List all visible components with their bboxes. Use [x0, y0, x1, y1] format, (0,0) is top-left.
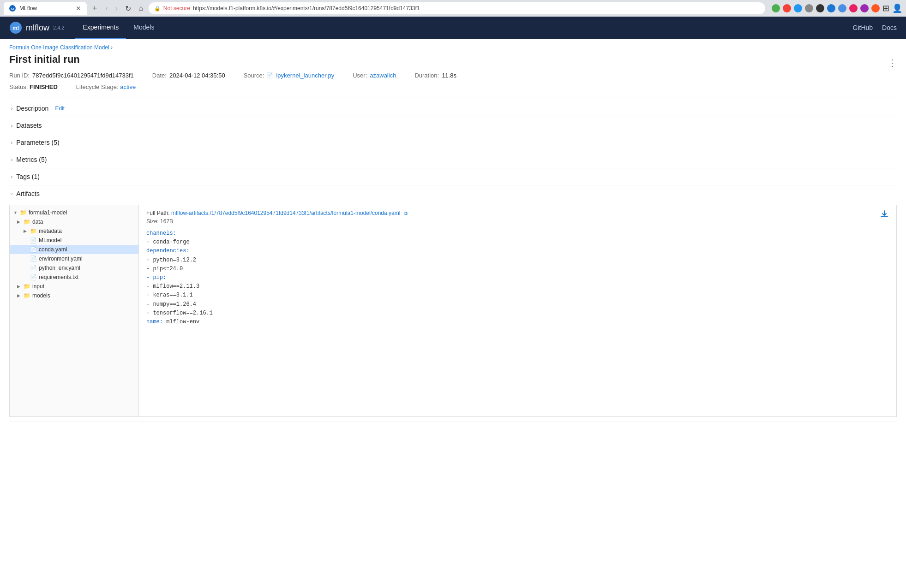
preview-header: Full Path: mlflow-artifacts:/1/787edd5f9… [146, 210, 889, 229]
ext-icon-4 [805, 4, 813, 12]
ext-icon-3 [794, 4, 802, 12]
run-metadata: Run ID: 787edd5f9c16401295471fd9d14733f1… [9, 72, 897, 79]
status-row: Status: FINISHED Lifecycle Stage: active [9, 83, 897, 90]
source-label: Source: [244, 72, 264, 79]
folder-icon-models: 📁 [24, 292, 30, 299]
user-item: User: azawalich [353, 72, 396, 79]
full-path-label: Full Path: [146, 210, 170, 216]
size-label: Size: [146, 218, 159, 225]
back-button[interactable]: ‹ [103, 3, 111, 13]
datasets-title: Datasets [16, 122, 42, 129]
tree-chevron-metadata: ▶ [24, 229, 28, 233]
reload-button[interactable]: ↻ [122, 3, 134, 14]
address-bar[interactable]: 🔒 Not secure https://models.f1-platform.… [149, 2, 765, 14]
tree-label-conda-yaml: conda.yaml [39, 246, 67, 253]
size-value: 167B [160, 218, 173, 225]
main-content: Formula One Image Classification Model ›… [0, 39, 906, 428]
download-button[interactable] [880, 210, 889, 221]
run-id-item: Run ID: 787edd5f9c16401295471fd9d14733f1 [9, 72, 134, 79]
nav-models[interactable]: Models [126, 17, 162, 39]
preview-path: Full Path: mlflow-artifacts:/1/787edd5f9… [146, 210, 880, 216]
mlflow-logo[interactable]: ml mlflow 2.4.2 [9, 21, 64, 34]
parameters-chevron-icon: › [11, 140, 12, 145]
preview-size: Size: 167B [146, 218, 880, 225]
tab-close-button[interactable]: ✕ [76, 5, 81, 12]
tree-label-input: input [32, 283, 44, 290]
mlflow-version: 2.4.2 [53, 25, 64, 30]
tags-chevron-icon: › [11, 174, 12, 179]
user-value[interactable]: azawalich [370, 72, 396, 79]
description-edit-button[interactable]: Edit [55, 105, 65, 112]
tree-label-models: models [32, 292, 50, 299]
browser-tab[interactable]: M MLflow ✕ [4, 2, 87, 15]
forward-button[interactable]: › [113, 3, 120, 13]
ext-icon-10 [871, 4, 880, 12]
source-file-icon: 📄 [267, 72, 273, 78]
mlflow-logo-text: mlflow [26, 23, 49, 33]
tree-item-environment-yaml[interactable]: ▶ 📄 environment.yaml [10, 254, 138, 263]
tree-item-data[interactable]: ▶ 📁 data [10, 217, 138, 226]
nav-github[interactable]: GitHub [853, 24, 873, 31]
artifacts-tree: ▼ 📁 formula1-model ▶ 📁 data ▶ 📁 metadata [10, 205, 139, 416]
lifecycle-value: active [120, 83, 136, 90]
folder-icon-formula1-model: 📁 [20, 209, 27, 216]
ext-icon-9 [860, 4, 869, 12]
metrics-chevron-icon: › [11, 157, 12, 162]
mlflow-logo-icon: ml [9, 21, 22, 34]
section-metrics-header[interactable]: › Metrics (5) [9, 151, 897, 168]
code-line-conda-forge: - conda-forge [146, 238, 889, 247]
section-tags-header[interactable]: › Tags (1) [9, 168, 897, 185]
copy-path-icon[interactable]: ⧉ [404, 210, 408, 216]
download-icon [880, 210, 889, 219]
tree-item-python-env-yaml[interactable]: ▶ 📄 python_env.yaml [10, 263, 138, 273]
tree-item-formula1-model[interactable]: ▼ 📁 formula1-model [10, 208, 138, 217]
new-tab-button[interactable]: + [90, 4, 100, 13]
section-parameters-header[interactable]: › Parameters (5) [9, 134, 897, 151]
run-id-label: Run ID: [9, 72, 30, 79]
breadcrumb[interactable]: Formula One Image Classification Model › [9, 44, 897, 51]
tree-item-input[interactable]: ▶ 📁 input [10, 282, 138, 291]
section-datasets: › Datasets [9, 117, 897, 134]
url-text: https://models.f1-platform.k8s.io/#/expe… [193, 5, 420, 12]
mlflow-nav-right: GitHub Docs [853, 24, 897, 31]
folder-icon-data: 📁 [24, 219, 30, 225]
full-path-value[interactable]: mlflow-artifacts:/1/787edd5f9c1640129547… [171, 210, 400, 216]
extensions-button[interactable]: ⊞ [882, 3, 889, 13]
page-title-row: First initial run ⋮ [9, 53, 897, 72]
tree-item-conda-yaml[interactable]: ▶ 📄 conda.yaml [10, 245, 138, 254]
date-item: Date: 2024-04-12 04:35:50 [152, 72, 225, 79]
options-button[interactable]: ⋮ [888, 57, 897, 68]
duration-value: 11.8s [442, 72, 456, 79]
mlflow-nav: Experiments Models [75, 17, 162, 39]
ext-icon-2 [783, 4, 791, 12]
nav-experiments[interactable]: Experiments [75, 17, 126, 39]
section-artifacts-header[interactable]: › Artifacts [9, 185, 897, 202]
code-line-pip-version: - pip<=24.0 [146, 265, 889, 273]
section-description-header[interactable]: › Description Edit [9, 100, 897, 117]
ext-icon-8 [849, 4, 858, 12]
file-icon-mlmodel: 📄 [30, 237, 37, 244]
run-id-value: 787edd5f9c16401295471fd9d14733f1 [32, 72, 134, 79]
browser-extension-icons: ⊞ 👤 [772, 3, 902, 13]
code-line-name-key: name: mlflow-env [146, 318, 889, 327]
file-icon-environment-yaml: 📄 [30, 255, 37, 262]
description-chevron-icon: › [11, 106, 12, 111]
profile-button[interactable]: 👤 [892, 3, 902, 13]
tree-item-requirements-txt[interactable]: ▶ 📄 requirements.txt [10, 273, 138, 282]
tree-item-models[interactable]: ▶ 📁 models [10, 291, 138, 300]
file-icon-requirements-txt: 📄 [30, 274, 37, 280]
ext-icon-7 [838, 4, 846, 12]
artifacts-container: ▼ 📁 formula1-model ▶ 📁 data ▶ 📁 metadata [9, 205, 897, 417]
source-value[interactable]: ipykernel_launcher.py [276, 72, 334, 79]
tree-item-metadata[interactable]: ▶ 📁 metadata [10, 226, 138, 236]
tree-label-data: data [32, 219, 43, 225]
artifacts-chevron-icon: › [9, 193, 14, 194]
tree-item-mlmodel[interactable]: ▶ 📄 MLmodel [10, 236, 138, 245]
section-datasets-header[interactable]: › Datasets [9, 117, 897, 134]
nav-docs[interactable]: Docs [882, 24, 897, 31]
tree-label-python-env-yaml: python_env.yaml [39, 265, 80, 271]
code-line-dependencies: dependencies: [146, 247, 889, 255]
datasets-chevron-icon: › [11, 123, 12, 128]
lifecycle-item: Lifecycle Stage: active [76, 83, 136, 90]
home-button[interactable]: ⌂ [136, 3, 146, 13]
